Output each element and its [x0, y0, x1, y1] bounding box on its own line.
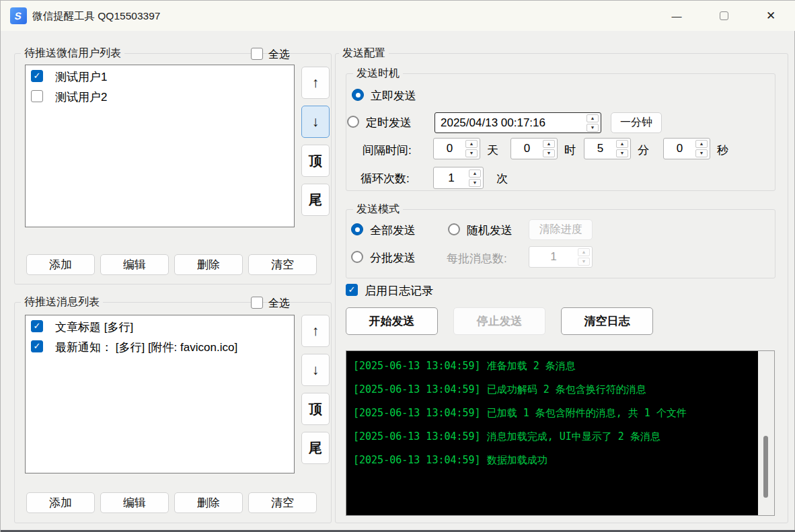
users-delete-button[interactable]: 删除	[174, 254, 243, 275]
interval-days-spinbox[interactable]: 0 ▲▼	[433, 138, 480, 159]
spin-down-icon[interactable]: ▼	[695, 149, 708, 157]
spin-up-icon[interactable]: ▲	[586, 114, 599, 122]
spin-down-icon[interactable]: ▼	[586, 124, 599, 132]
users-move-up-button[interactable]: ↑	[301, 67, 330, 99]
interval-days-value: 0	[434, 142, 465, 155]
interval-minutes-value: 5	[584, 142, 616, 155]
minimize-icon: —	[672, 10, 682, 22]
send-batch-label[interactable]: 分批发送	[370, 250, 416, 266]
message-checkbox[interactable]	[31, 320, 43, 332]
messages-edit-button[interactable]: 编辑	[100, 492, 169, 513]
spin-up-icon[interactable]: ▲	[695, 140, 708, 148]
arrow-down-icon: ↓	[312, 114, 319, 130]
messages-move-top-button[interactable]: 顶	[301, 393, 330, 425]
interval-hours-spinbox[interactable]: 0 ▲▼	[510, 138, 558, 159]
send-config-title: 发送配置	[339, 46, 389, 60]
users-select-all-checkbox[interactable]	[251, 48, 263, 60]
user-checkbox[interactable]	[31, 90, 43, 102]
users-edit-button[interactable]: 编辑	[100, 254, 169, 275]
messages-move-bottom-button[interactable]: 尾	[301, 432, 330, 464]
schedule-datetime-input[interactable]: 2025/04/13 00:17:16 ▲ ▼	[434, 112, 601, 133]
messages-delete-button[interactable]: 删除	[174, 492, 243, 513]
minimize-button[interactable]: —	[661, 1, 692, 31]
send-all-label[interactable]: 全部发送	[370, 223, 416, 238]
log-scrollbar-thumb[interactable]	[763, 436, 768, 498]
batch-size-label: 每批消息数:	[447, 251, 507, 266]
users-move-down-button[interactable]: ↓	[301, 106, 330, 138]
title-bar: S 微信提醒工具 QQ15503397 — ✕	[1, 1, 795, 31]
messages-clear-button[interactable]: 清空	[248, 492, 317, 513]
enable-logging-label[interactable]: 启用日志记录	[365, 283, 433, 299]
message-checkbox[interactable]	[31, 340, 43, 352]
log-message: 已加载 1 条包含附件的消息, 共 1 个文件	[487, 407, 687, 419]
batch-size-spinbox: 1 ▲▼	[529, 246, 593, 268]
spin-down-icon[interactable]: ▼	[616, 149, 628, 157]
scheduled-send-label[interactable]: 定时发送	[366, 115, 412, 130]
user-label: 测试用户2	[55, 89, 107, 105]
user-checkbox[interactable]	[31, 70, 43, 82]
users-move-bottom-button[interactable]: 尾	[301, 184, 330, 216]
send-all-radio[interactable]	[351, 223, 363, 235]
log-console[interactable]: [2025-06-13 13:04:59] 准备加载 2 条消息 [2025-0…	[346, 350, 775, 516]
stop-send-button: 停止发送	[453, 307, 545, 335]
clear-progress-button: 清除进度	[529, 219, 593, 240]
spin-down-icon[interactable]: ▼	[543, 149, 555, 157]
user-label: 测试用户1	[55, 69, 107, 85]
log-content: [2025-06-13 13:04:59] 准备加载 2 条消息 [2025-0…	[346, 351, 758, 515]
messages-select-all-label[interactable]: 全选	[268, 297, 290, 311]
interval-minutes-spinbox[interactable]: 5 ▲▼	[584, 138, 631, 159]
loop-count-spinbox[interactable]: 1 ▲▼	[433, 167, 484, 189]
messages-add-button[interactable]: 添加	[26, 492, 95, 513]
spin-up-icon: ▲	[578, 248, 590, 256]
interval-seconds-spinbox[interactable]: 0 ▲▼	[663, 138, 710, 159]
one-minute-button[interactable]: 一分钟	[611, 112, 662, 133]
scheduled-send-radio[interactable]	[347, 116, 359, 128]
log-message: 数据加载成功	[487, 454, 547, 466]
log-scrollbar[interactable]	[757, 351, 774, 515]
app-icon: S	[10, 7, 27, 24]
users-move-top-button[interactable]: 顶	[301, 145, 330, 177]
message-label: 文章标题 [多行]	[55, 319, 133, 335]
clear-log-button[interactable]: 清空日志	[561, 307, 653, 335]
spin-down-icon: ▼	[578, 258, 590, 266]
schedule-datetime-value: 2025/04/13 00:17:16	[435, 116, 586, 130]
arrow-up-icon: ↑	[312, 75, 319, 91]
messages-select-all-checkbox[interactable]	[251, 297, 263, 309]
log-timestamp: [2025-06-13 13:04:59]	[353, 360, 481, 372]
interval-seconds-value: 0	[664, 142, 695, 155]
spin-up-icon[interactable]: ▲	[543, 140, 555, 148]
log-timestamp: [2025-06-13 13:04:59]	[353, 383, 481, 395]
send-random-radio[interactable]	[448, 223, 460, 235]
users-select-all-label[interactable]: 全选	[268, 48, 290, 62]
immediate-send-label[interactable]: 立即发送	[371, 88, 416, 104]
message-label: 最新通知： [多行] [附件: favicon.ico]	[55, 340, 237, 355]
maximize-button[interactable]	[708, 1, 739, 31]
spin-up-icon[interactable]: ▲	[469, 169, 481, 178]
log-line: [2025-06-13 13:04:59] 数据加载成功	[353, 449, 693, 472]
users-clear-button[interactable]: 清空	[248, 254, 317, 275]
send-random-label[interactable]: 随机发送	[467, 223, 513, 238]
window-title: 微信提醒工具 QQ15503397	[32, 1, 160, 31]
immediate-send-radio[interactable]	[352, 89, 364, 101]
start-send-button[interactable]: 开始发送	[346, 307, 438, 335]
spin-down-icon[interactable]: ▼	[469, 179, 481, 187]
users-list[interactable]: 测试用户1 测试用户2	[25, 65, 295, 227]
loop-unit-label: 次	[496, 171, 508, 186]
loop-count-label: 循环次数:	[361, 171, 410, 186]
messages-list[interactable]: 文章标题 [多行] 最新通知： [多行] [附件: favicon.ico]	[25, 315, 295, 473]
spin-down-icon[interactable]: ▼	[465, 149, 478, 157]
arrow-down-icon: ↓	[312, 362, 319, 378]
minutes-unit-label: 分	[638, 143, 649, 158]
enable-logging-checkbox[interactable]	[346, 284, 358, 296]
log-message: 消息加载完成, UI中显示了 2 条消息	[487, 430, 660, 443]
send-batch-radio[interactable]	[351, 251, 363, 263]
spin-up-icon[interactable]: ▲	[616, 140, 628, 148]
log-timestamp: [2025-06-13 13:04:59]	[353, 407, 481, 419]
users-add-button[interactable]: 添加	[26, 254, 95, 275]
messages-move-up-button[interactable]: ↑	[301, 315, 330, 347]
close-button[interactable]: ✕	[755, 1, 786, 31]
messages-move-down-button[interactable]: ↓	[301, 354, 330, 386]
log-line: [2025-06-13 13:04:59] 消息加载完成, UI中显示了 2 条…	[353, 425, 693, 449]
spin-up-icon[interactable]: ▲	[465, 140, 478, 148]
log-line: [2025-06-13 13:04:59] 已成功解码 2 条包含换行符的消息	[353, 378, 693, 402]
